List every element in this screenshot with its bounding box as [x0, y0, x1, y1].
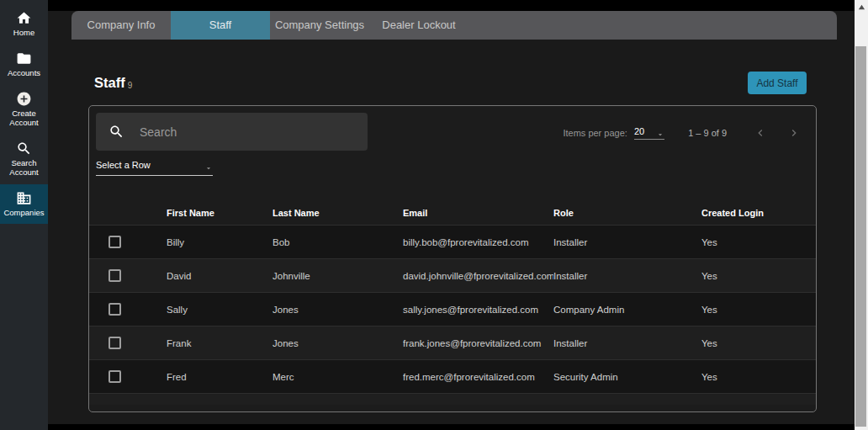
cell-last-name: Jones — [273, 338, 403, 348]
cell-last-name: Merc — [273, 372, 403, 382]
search-input[interactable] — [140, 125, 359, 139]
header-cell: First Name — [167, 208, 273, 218]
page-title: Staff9 — [94, 75, 132, 91]
cell-created-login: Yes — [701, 237, 816, 247]
main-content: Company Info Staff Company Settings Deal… — [48, 0, 855, 430]
cell-first-name: Fred — [167, 372, 273, 382]
page-title-text: Staff — [94, 75, 125, 90]
cell-email: david.johnville@fprorevitalized.com — [403, 271, 553, 281]
staff-card: Select a Row Items per page: 20 1 – 9 of… — [88, 105, 817, 412]
items-per-page-select[interactable]: 20 — [634, 126, 664, 140]
chevron-down-icon — [204, 161, 213, 169]
sidebar-item-create-account[interactable]: Create Account — [0, 85, 48, 135]
tab-staff[interactable]: Staff — [171, 11, 270, 40]
cell-email: sally.jones@fprorevitalized.com — [403, 305, 553, 315]
cell-first-name: David — [167, 271, 273, 281]
tab-bar: Company Info Staff Company Settings Deal… — [71, 11, 837, 40]
items-per-page-label: Items per page: — [563, 128, 627, 138]
cell-created-login: Yes — [701, 338, 816, 348]
folder-icon — [16, 50, 32, 66]
chevron-down-icon — [656, 127, 664, 135]
staff-count-badge: 9 — [128, 81, 133, 90]
cell-last-name: Bob — [273, 237, 403, 247]
header-cell: Last Name — [273, 208, 403, 218]
cell-created-login: Yes — [701, 372, 816, 382]
sidebar-item-label: Companies — [3, 209, 44, 218]
sidebar-item-home[interactable]: Home — [0, 4, 48, 45]
staff-table: First Name Last Name Email Role Created … — [89, 200, 816, 405]
header-cell: Email — [403, 208, 553, 218]
cell-role: Company Admin — [553, 305, 701, 315]
row-checkbox[interactable] — [108, 236, 121, 248]
row-checkbox[interactable] — [108, 370, 121, 383]
table-row[interactable]: Sally Jones sally.jones@fprorevitalized.… — [89, 292, 816, 326]
cell-email: billy.bob@fprorevitalized.com — [403, 237, 553, 247]
table-row[interactable]: Frank Jones frank.jones@fprorevitalized.… — [89, 326, 816, 359]
sidebar-item-label: Accounts — [8, 69, 40, 78]
tab-company-info[interactable]: Company Info — [71, 11, 171, 40]
top-strip — [48, 0, 855, 11]
items-per-page-value: 20 — [634, 126, 644, 136]
table-header-row: First Name Last Name Email Role Created … — [89, 200, 816, 225]
cell-role: Installer — [553, 271, 701, 281]
cell-email: frank.jones@fprorevitalized.com — [403, 338, 553, 348]
header-cell: Created Login — [701, 208, 816, 218]
table-row[interactable]: Fred Merc fred.merc@fprorevitalized.com … — [89, 359, 816, 393]
bottom-strip — [48, 424, 855, 430]
tab-company-settings[interactable]: Company Settings — [270, 11, 369, 40]
cell-first-name: Billy — [167, 237, 273, 247]
table-row[interactable]: David Johnville david.johnville@fprorevi… — [89, 258, 816, 292]
sidebar-item-label: Search Account — [2, 159, 46, 178]
page-range-text: 1 – 9 of 9 — [688, 128, 727, 138]
scrollbar-thumb[interactable] — [855, 46, 866, 427]
table-row[interactable]: Billy Bob billy.bob@fprorevitalized.com … — [89, 225, 816, 258]
sidebar-item-label: Create Account — [2, 109, 46, 128]
select-a-row-label: Select a Row — [96, 160, 151, 170]
cell-first-name: Sally — [167, 305, 273, 315]
row-checkbox[interactable] — [108, 269, 121, 282]
table-partial-row — [89, 393, 816, 405]
paginator: Items per page: 20 1 – 9 of 9 — [563, 125, 801, 141]
sidebar-item-label: Home — [13, 29, 34, 38]
cell-email: fred.merc@fprorevitalized.com — [403, 372, 553, 382]
search-icon — [108, 124, 124, 140]
add-circle-icon — [16, 91, 32, 107]
home-icon — [16, 10, 32, 26]
cell-last-name: Jones — [273, 305, 403, 315]
row-checkbox[interactable] — [108, 303, 121, 316]
scrollbar-up-arrow-icon[interactable] — [855, 0, 868, 13]
cell-created-login: Yes — [701, 305, 816, 315]
next-page-button[interactable] — [787, 126, 801, 140]
header-cell: Role — [553, 208, 701, 218]
sidebar: Home Accounts Create Account Search Acco… — [0, 0, 48, 430]
cell-role: Installer — [553, 338, 701, 348]
tab-dealer-lockout[interactable]: Dealer Lockout — [369, 11, 468, 40]
sidebar-item-companies[interactable]: Companies — [0, 184, 48, 225]
previous-page-button[interactable] — [754, 126, 767, 140]
sidebar-item-search-account[interactable]: Search Account — [0, 135, 48, 184]
cell-first-name: Frank — [167, 338, 273, 348]
search-icon — [16, 141, 32, 157]
cell-role: Installer — [553, 237, 701, 247]
search-box — [96, 113, 368, 151]
cell-created-login: Yes — [701, 271, 816, 281]
scrollbar[interactable] — [855, 0, 868, 430]
companies-icon — [16, 190, 32, 206]
sidebar-item-accounts[interactable]: Accounts — [0, 45, 48, 85]
row-checkbox[interactable] — [108, 337, 121, 349]
cell-last-name: Johnville — [273, 271, 403, 281]
add-staff-button[interactable]: Add Staff — [748, 72, 807, 94]
cell-role: Security Admin — [553, 372, 701, 382]
select-a-row-dropdown[interactable]: Select a Row — [96, 160, 213, 176]
